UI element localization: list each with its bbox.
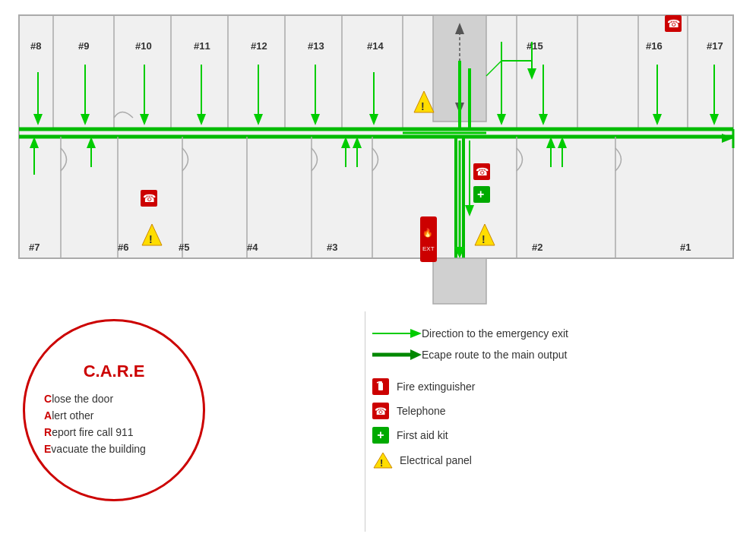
room-label-3: #3 xyxy=(327,242,337,253)
legend-item-escape: Ecape route to the main output xyxy=(372,348,737,362)
svg-rect-97 xyxy=(378,383,383,390)
svg-text:!: ! xyxy=(421,100,425,112)
care-line-e: Evacuate the building xyxy=(44,443,184,455)
room-label-17: #17 xyxy=(707,40,723,52)
svg-text:☎: ☎ xyxy=(476,166,489,178)
legend-escape-text: Ecape route to the main output xyxy=(422,349,567,361)
fire-extinguisher-icon xyxy=(372,378,389,395)
care-letter-r: R xyxy=(44,426,52,438)
thick-arrow-icon xyxy=(372,348,422,362)
room-label-15: #15 xyxy=(527,40,543,52)
legend-divider xyxy=(365,311,365,532)
care-line-r: Report fire call 911 xyxy=(44,426,184,438)
svg-rect-90 xyxy=(420,216,437,262)
care-letter-a: A xyxy=(44,409,52,422)
room-label-16: #16 xyxy=(646,40,663,52)
care-line-a: Alert other xyxy=(44,409,184,422)
room-label-12: #12 xyxy=(251,40,267,52)
room-label-2: #2 xyxy=(532,242,542,253)
electrical-panel-icon: ! xyxy=(372,451,394,469)
room-label-14: #14 xyxy=(367,40,384,52)
legend-item-electrical: ! Electrical panel xyxy=(372,451,737,469)
care-text-a: lert other xyxy=(52,409,93,422)
legend-area: Direction to the emergency exit Ecape ro… xyxy=(372,327,737,477)
svg-text:☎: ☎ xyxy=(143,192,156,204)
room-label-9: #9 xyxy=(78,40,89,52)
svg-rect-26 xyxy=(433,258,486,304)
care-circle: C.A.R.E Close the door Alert other Repor… xyxy=(23,319,205,501)
svg-text:!: ! xyxy=(380,457,383,469)
svg-text:!: ! xyxy=(482,233,486,245)
legend-item-direction: Direction to the emergency exit xyxy=(372,327,737,340)
legend-item-fire-ext: Fire extinguisher xyxy=(372,378,737,395)
care-text-c: lose the door xyxy=(52,393,113,405)
svg-text:☎: ☎ xyxy=(667,17,680,30)
legend-firstaid-text: First aid kit xyxy=(397,429,448,441)
room-label-10: #10 xyxy=(135,40,152,52)
thin-arrow-icon xyxy=(372,327,422,340)
room-label-5: #5 xyxy=(179,242,189,253)
svg-marker-94 xyxy=(410,329,422,338)
first-aid-icon: + xyxy=(372,427,389,444)
room-label-11: #11 xyxy=(194,40,210,52)
legend-item-firstaid: + First aid kit xyxy=(372,427,737,444)
legend-fire-ext-text: Fire extinguisher xyxy=(397,381,476,393)
svg-text:🔥: 🔥 xyxy=(422,227,433,238)
room-label-4: #4 xyxy=(247,242,258,253)
care-letter-c: C xyxy=(44,393,52,405)
room-label-6: #6 xyxy=(118,242,128,253)
care-line-c: Close the door xyxy=(44,393,184,405)
svg-text:+: + xyxy=(477,188,484,201)
telephone-icon: ☎ xyxy=(372,403,389,419)
room-label-7: #7 xyxy=(29,242,40,253)
svg-text:EXT: EXT xyxy=(422,245,435,252)
care-text-r: eport fire call 911 xyxy=(52,426,133,438)
svg-text:!: ! xyxy=(149,233,153,245)
room-label-1: #1 xyxy=(680,242,691,253)
care-text-e: vacuate the building xyxy=(51,443,146,455)
legend-direction-text: Direction to the emergency exit xyxy=(422,327,568,340)
care-title: C.A.R.E xyxy=(84,362,145,381)
care-letter-e: E xyxy=(44,443,51,455)
room-label-8: #8 xyxy=(30,40,41,52)
room-label-13: #13 xyxy=(308,40,324,52)
legend-telephone-text: Telephone xyxy=(397,405,446,417)
legend-electrical-text: Electrical panel xyxy=(400,454,472,466)
svg-marker-96 xyxy=(410,349,422,360)
legend-item-telephone: ☎ Telephone xyxy=(372,403,737,419)
